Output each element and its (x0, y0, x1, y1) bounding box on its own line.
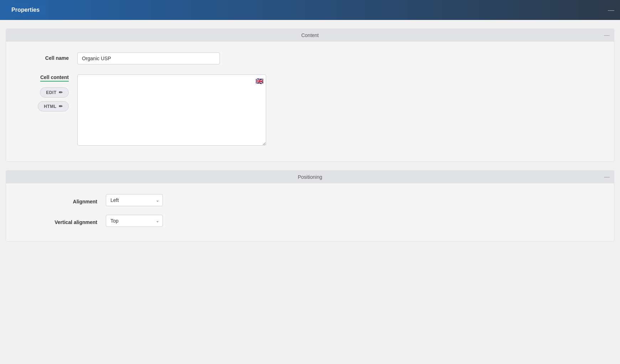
cell-name-input[interactable] (77, 52, 220, 64)
main-content: Content — Cell name Cell content EDIT ✏ … (0, 20, 620, 250)
header-title: Properties (6, 4, 45, 16)
content-textarea-wrapper: 🇬🇧 (77, 74, 266, 147)
content-panel-header: Content — (6, 29, 614, 42)
content-panel-minimize-button[interactable]: — (604, 32, 610, 38)
edit-pen-icon: ✏ (59, 90, 63, 95)
cell-content-left: Cell content EDIT ✏ HTML ✏ (20, 74, 77, 115)
header: Properties — (0, 0, 620, 20)
alignment-select-wrapper: Left Center Right ⌄ (106, 194, 163, 206)
html-button[interactable]: HTML ✏ (38, 101, 69, 111)
cell-content-row: Cell content EDIT ✏ HTML ✏ 🇬🇧 (20, 74, 600, 147)
edit-button-label: EDIT (46, 90, 56, 95)
positioning-panel: Positioning — Alignment Left Center Righ… (6, 170, 614, 241)
language-flag-icon: 🇬🇧 (255, 77, 263, 85)
edit-button[interactable]: EDIT ✏ (40, 87, 69, 98)
vertical-alignment-select-wrapper: Top Middle Bottom ⌄ (106, 215, 163, 227)
content-panel: Content — Cell name Cell content EDIT ✏ … (6, 28, 614, 162)
cell-content-textarea[interactable] (77, 74, 266, 146)
positioning-panel-body: Alignment Left Center Right ⌄ Vertical a… (6, 183, 614, 241)
positioning-panel-header: Positioning — (6, 171, 614, 183)
vertical-alignment-select[interactable]: Top Middle Bottom (106, 215, 163, 227)
alignment-select[interactable]: Left Center Right (106, 194, 163, 206)
positioning-panel-title: Positioning (298, 174, 322, 180)
cell-name-label: Cell name (20, 52, 77, 61)
alignment-label: Alignment (20, 196, 106, 204)
positioning-panel-minimize-button[interactable]: — (604, 174, 610, 180)
cell-content-label: Cell content (40, 74, 69, 82)
header-minimize-button[interactable]: — (608, 7, 614, 13)
html-button-label: HTML (44, 104, 56, 109)
html-pen-icon: ✏ (59, 104, 63, 109)
cell-name-row: Cell name (20, 52, 600, 64)
vertical-alignment-label: Vertical alignment (20, 217, 106, 225)
alignment-row: Alignment Left Center Right ⌄ (20, 194, 600, 206)
content-panel-title: Content (301, 32, 319, 38)
vertical-alignment-row: Vertical alignment Top Middle Bottom ⌄ (20, 215, 600, 227)
content-panel-body: Cell name Cell content EDIT ✏ HTML ✏ (6, 42, 614, 161)
